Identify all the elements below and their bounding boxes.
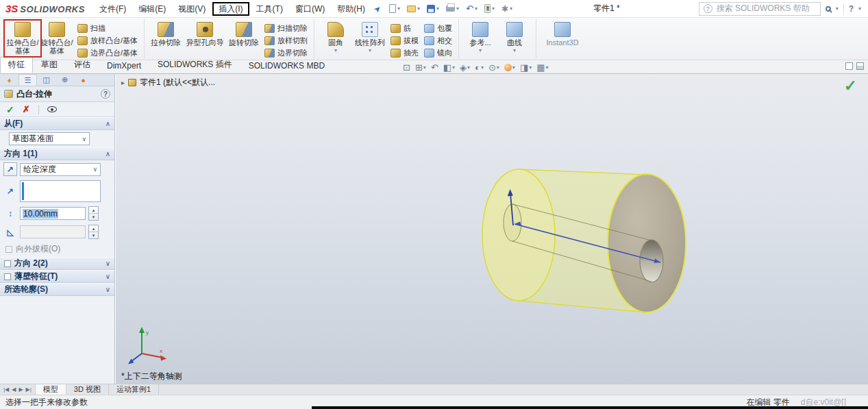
reference-geometry-button[interactable]: 参考... ▾ <box>463 21 497 55</box>
menu-tools[interactable]: 工具(T) <box>250 1 289 17</box>
menu-file[interactable]: 文件(F) <box>93 1 132 17</box>
mirror-button[interactable]: 镜向 <box>422 47 454 59</box>
end-condition-dropdown[interactable]: 给定深度 ∨ <box>20 163 101 176</box>
section-direction1[interactable]: 方向 1(1) ∧ <box>0 147 114 160</box>
rebuild-button[interactable]: ▾ <box>482 4 497 13</box>
curves-button[interactable]: 曲线 ▾ <box>497 21 532 55</box>
intersect-button[interactable]: 相交 <box>422 35 454 47</box>
collapse-icon[interactable]: ∧ <box>106 120 110 127</box>
section-direction2[interactable]: 方向 2(2) ∨ <box>0 257 114 270</box>
section-selected-contours[interactable]: 所选轮廓(S) ∨ <box>0 283 114 296</box>
configurationmanager-tab-icon[interactable]: ◫ <box>37 74 55 86</box>
hole-wizard-button[interactable]: 异型孔向导 <box>183 21 227 47</box>
linear-pattern-button[interactable]: 线性阵列 ▾ <box>353 21 387 55</box>
swept-boss-button[interactable]: 扫描 <box>75 23 140 34</box>
tab-model[interactable]: 模型 <box>36 384 66 395</box>
apply-scene-icon[interactable]: ◨▾ <box>519 62 533 73</box>
search-scope-icon[interactable]: ? <box>704 4 712 13</box>
thin-feature-checkbox[interactable] <box>4 273 11 280</box>
tab-3d-views[interactable]: 3D 视图 <box>66 384 109 395</box>
draft-outward-checkbox[interactable] <box>5 246 12 253</box>
previous-view-icon[interactable]: ↶ <box>430 62 440 73</box>
display-pane-toggle-icon[interactable] <box>845 62 853 70</box>
expand-icon[interactable]: ∨ <box>106 273 110 280</box>
shell-button[interactable]: 抽壳 <box>388 47 421 59</box>
task-pane-toggle-icon[interactable] <box>856 62 864 70</box>
section-from[interactable]: 从(F) ∧ <box>0 117 114 130</box>
ok-button[interactable]: ✓ <box>6 105 14 114</box>
tree-expand-icon[interactable]: ▸ <box>121 79 125 86</box>
view-orientation-icon[interactable]: ◈▾ <box>458 62 471 73</box>
search-icon[interactable] <box>826 6 831 12</box>
view-settings-icon[interactable]: ▦▾ <box>535 62 549 73</box>
instant3d-button[interactable]: Instant3D <box>541 21 584 47</box>
expand-icon[interactable]: ∨ <box>106 286 110 293</box>
preview-eye-icon[interactable] <box>47 106 57 112</box>
menu-edit[interactable]: 编辑(E) <box>132 1 172 17</box>
confirmation-corner-ok-icon[interactable]: ✓ <box>844 77 857 95</box>
wrap-button[interactable]: 包覆 <box>422 23 454 34</box>
extruded-boss-button[interactable]: 拉伸凸台/基体 <box>5 21 40 55</box>
revolved-cut-button[interactable]: 旋转切除 <box>227 21 261 47</box>
collapse-icon[interactable]: ∧ <box>106 150 110 158</box>
direction2-checkbox[interactable] <box>4 260 11 267</box>
previous-tab-icon[interactable]: ◀ <box>12 386 16 393</box>
swept-cut-button[interactable]: 扫描切除 <box>262 23 310 34</box>
print-button[interactable]: ▾ <box>443 5 462 12</box>
cancel-button[interactable]: ✗ <box>23 105 30 114</box>
save-button[interactable]: ▾ <box>424 5 442 13</box>
lofted-cut-button[interactable]: 放样切割 <box>262 35 310 47</box>
menu-window[interactable]: 窗口(W) <box>289 1 331 17</box>
fillet-button[interactable]: 圆角 ▾ <box>319 21 353 55</box>
menu-pin-icon[interactable]: ➤ <box>371 3 383 14</box>
edit-appearance-icon[interactable]: ▾ <box>503 64 517 71</box>
display-style-icon[interactable]: ◐▾ <box>473 62 485 73</box>
menu-insert[interactable]: 插入(I) <box>212 2 249 16</box>
featuremanager-tab-icon[interactable]: ♦ <box>0 74 18 86</box>
tab-motion-study[interactable]: 运动算例1 <box>109 384 159 395</box>
menu-view[interactable]: 视图(V) <box>172 1 212 17</box>
search-input[interactable]: ? 搜索 SOLIDWORKS 帮助 <box>699 2 821 16</box>
next-tab-icon[interactable]: ▶ <box>18 386 23 393</box>
tab-evaluate[interactable]: 评估 <box>66 57 99 73</box>
draft-button[interactable]: 拔模 <box>388 35 421 47</box>
displaymanager-tab-icon[interactable]: ● <box>74 74 92 86</box>
section-view-icon[interactable]: ◧▾ <box>442 62 456 73</box>
revolved-boss-button[interactable]: 旋转凸台/基体 <box>40 21 74 55</box>
expand-icon[interactable]: ∨ <box>106 260 110 267</box>
zoom-area-icon[interactable]: ⊞▾ <box>414 62 427 73</box>
flyout-feature-tree[interactable]: ▸ 零件1 (默认<<默认... <box>121 77 215 88</box>
draft-angle-field[interactable] <box>20 225 86 238</box>
model-3d[interactable] <box>116 74 868 384</box>
hide-show-items-icon[interactable]: ⊙▾ <box>487 62 501 73</box>
new-document-button[interactable]: ▾ <box>386 4 403 13</box>
last-tab-icon[interactable]: ▶| <box>26 386 32 393</box>
extruded-cut-button[interactable]: 拉伸切除 <box>149 21 183 47</box>
zoom-fit-icon[interactable]: ⊡ <box>401 62 412 73</box>
graphics-viewport[interactable]: ▸ 零件1 (默认<<默认... ✓ y x *上下二等角轴测 <box>116 74 868 384</box>
boundary-cut-button[interactable]: 边界切除 <box>262 47 310 59</box>
section-thin-feature[interactable]: 薄壁特征(T) ∨ <box>0 270 114 283</box>
first-tab-icon[interactable]: |◀ <box>3 386 9 393</box>
rib-button[interactable]: 筋 <box>388 23 421 34</box>
menu-help[interactable]: 帮助(H) <box>331 1 371 17</box>
undo-button[interactable]: ↶▾ <box>463 4 480 13</box>
tab-sketch[interactable]: 草图 <box>33 57 66 73</box>
draft-spinner[interactable]: ▲▼ <box>88 225 99 239</box>
depth-field[interactable]: 10.00mm <box>20 207 86 220</box>
propertymanager-tab-icon[interactable]: ☰ <box>18 74 37 86</box>
open-button[interactable]: ▾ <box>404 5 423 12</box>
tab-features[interactable]: 特征 <box>0 57 33 73</box>
dimxpertmanager-tab-icon[interactable]: ⊕ <box>55 74 74 86</box>
through-hole[interactable] <box>640 240 663 282</box>
depth-spinner[interactable]: ▲▼ <box>88 206 99 221</box>
help-icon[interactable]: ? <box>849 4 854 14</box>
lofted-boss-button[interactable]: 放样凸台/基体 <box>75 35 140 47</box>
tab-mbd[interactable]: SOLIDWORKS MBD <box>240 59 333 73</box>
direction-reference-box[interactable] <box>20 180 101 202</box>
axis-triad[interactable]: y x <box>121 323 172 367</box>
options-button[interactable]: ✱▾ <box>499 4 515 14</box>
tab-addins[interactable]: SOLIDWORKS 插件 <box>149 57 240 73</box>
tab-dimxpert[interactable]: DimXpert <box>99 59 149 73</box>
pm-help-icon[interactable]: ? <box>101 89 110 99</box>
